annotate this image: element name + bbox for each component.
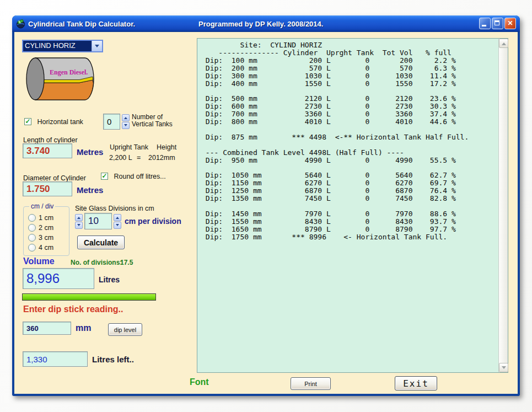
checkmark-icon: ✓ [24, 118, 31, 125]
spinner-down-icon[interactable] [114, 222, 121, 229]
equals-sign: = [137, 154, 141, 162]
app-window: Cylindrical Tank Dip Calculator. Program… [12, 15, 520, 396]
vertical-tanks-label-line2: Vertical Tanks [132, 120, 173, 128]
spinner-up-icon[interactable] [122, 114, 130, 121]
client-area: CYLIND HORIZ Engen Diesel. ✓ Horizontal … [14, 32, 518, 394]
upright-tank-volume: 2,200 L [109, 154, 132, 162]
window-subtitle: Programmed by DP Kelly. 2008/2014. [198, 20, 323, 28]
calculate-button[interactable]: Calculate [77, 236, 125, 249]
print-button[interactable]: Print [291, 377, 331, 390]
diameter-unit-label: Metres [77, 185, 103, 195]
exit-button[interactable]: Exit [395, 376, 437, 390]
chevron-down-icon [95, 45, 99, 50]
volume-label: Volume [23, 256, 55, 266]
volume-input[interactable] [23, 268, 94, 289]
scroll-down-icon [502, 366, 506, 371]
divisions-input[interactable] [84, 213, 112, 229]
upright-tank-label: Upright Tank [110, 143, 148, 151]
dip-level-button[interactable]: dip level [108, 323, 142, 336]
dip-table-text[interactable]: Site: CYLIND HORIZ -------------- Cylind… [201, 41, 469, 241]
font-label[interactable]: Font [190, 377, 209, 387]
litres-left-input[interactable] [23, 351, 88, 367]
radio-2cm-label: 2 cm [39, 224, 53, 232]
dip-reading-input[interactable] [23, 322, 71, 335]
vertical-tanks-label-line1: Number of [132, 113, 163, 121]
horizontal-tank-label: Horizontal tank [37, 118, 83, 126]
dip-stick-heading: Enter dip stick reading.. [23, 304, 123, 314]
scroll-down-button[interactable] [499, 363, 508, 372]
dip-unit-label: mm [76, 323, 91, 333]
volume-unit-label: Litres [99, 275, 120, 284]
volume-progress-bar [22, 293, 156, 301]
litres-left-label: Litres left.. [92, 355, 134, 364]
divisions-unit-label: cm per division [125, 217, 181, 226]
divisions-count-label: No. of divisions: [71, 259, 122, 266]
length-label: Length of cylinder [23, 136, 78, 144]
diameter-label: Diameter of Cylinder [23, 174, 86, 182]
close-button[interactable]: ✕ [504, 18, 516, 29]
divisions-count-value: 17.5 [120, 259, 133, 266]
diameter-input[interactable] [23, 181, 72, 196]
site-select-dropdown-button[interactable] [92, 41, 102, 51]
vertical-tanks-input[interactable] [103, 114, 120, 130]
window-controls: ✕ [479, 18, 516, 29]
round-off-checkbox[interactable]: ✓ Round off litres... [101, 171, 166, 181]
scroll-up-button[interactable] [499, 39, 508, 48]
volume-progress-fill [23, 294, 155, 300]
site-select-value: CYLIND HORIZ [23, 41, 92, 51]
radio-1cm[interactable]: 1 cm [28, 212, 53, 222]
radio-3cm[interactable]: 3 cm [28, 232, 53, 242]
horizontal-tank-checkbox[interactable]: ✓ Horizontal tank [24, 116, 83, 126]
cm-div-group-title: cm / div [29, 202, 55, 210]
checkmark-icon: ✓ [101, 173, 108, 180]
spinner-up-icon[interactable] [75, 214, 83, 221]
vertical-tanks-stepper [122, 114, 130, 129]
maximize-icon [495, 20, 499, 25]
window-title: Cylindrical Tank Dip Calculator. [28, 20, 135, 28]
radio-4cm-label: 4 cm [39, 244, 53, 252]
round-off-label: Round off litres... [114, 173, 165, 180]
cm-div-group: cm / div 1 cm 2 cm 3 cm 4 cm [23, 206, 69, 256]
minimize-button[interactable] [479, 18, 491, 29]
length-input[interactable] [23, 143, 72, 158]
spinner-down-icon[interactable] [122, 122, 130, 129]
radio-1cm-label: 1 cm [39, 214, 53, 222]
site-select[interactable]: CYLIND HORIZ [22, 40, 103, 52]
output-panel[interactable]: Site: CYLIND HORIZ -------------- Cylind… [197, 38, 508, 373]
height-label: Height [157, 143, 176, 151]
scroll-up-icon [502, 40, 506, 45]
divisions-stepper-left [75, 214, 83, 229]
radio-icon [28, 234, 36, 242]
radio-icon [28, 224, 36, 232]
radio-2cm[interactable]: 2 cm [28, 222, 53, 232]
close-icon: ✕ [507, 19, 513, 27]
upright-tank-height: 2012mm [148, 154, 175, 162]
tank-illustration: Engen Diesel. [25, 57, 103, 102]
spinner-up-icon[interactable] [114, 214, 121, 221]
minimize-icon [482, 25, 486, 26]
spinner-down-icon[interactable] [75, 222, 83, 229]
length-unit-label: Metres [77, 147, 103, 157]
app-icon [16, 19, 25, 29]
radio-icon [28, 244, 36, 252]
site-glass-label: Site Glass Divisions in cm [75, 205, 154, 212]
radio-icon [28, 214, 36, 222]
divisions-stepper-right [114, 214, 121, 229]
radio-4cm[interactable]: 4 cm [28, 242, 53, 252]
radio-3cm-label: 3 cm [39, 234, 53, 242]
maximize-button[interactable] [492, 18, 503, 29]
title-bar[interactable]: Cylindrical Tank Dip Calculator. Program… [12, 15, 520, 32]
vertical-scrollbar[interactable] [498, 39, 508, 372]
tank-brand-label: Engen Diesel. [50, 68, 88, 76]
